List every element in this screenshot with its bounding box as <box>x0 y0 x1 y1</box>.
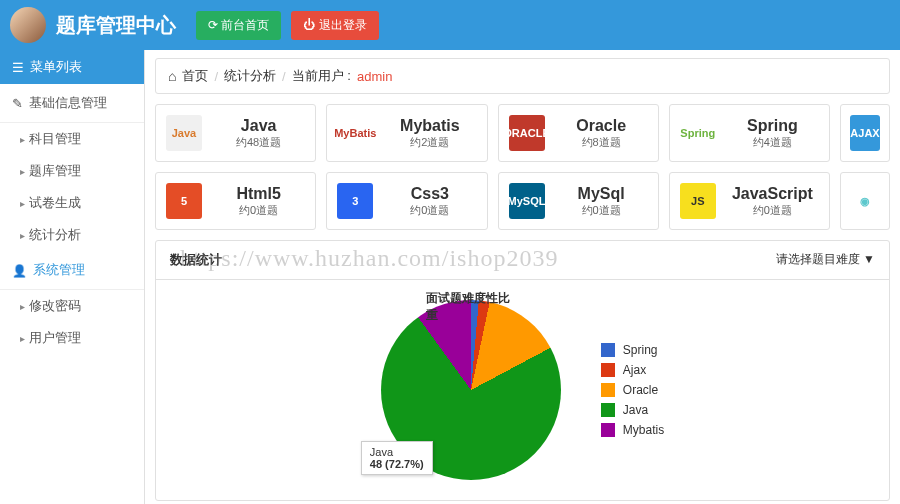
chart-tooltip: Java 48 (72.7%) <box>361 441 433 475</box>
subject-card-Html5[interactable]: 5Html5约0道题 <box>155 172 316 230</box>
card-sub: 约0道题 <box>212 203 305 218</box>
breadcrumb-home[interactable]: 首页 <box>182 67 208 85</box>
card-icon: AJAX <box>850 115 879 151</box>
subject-card-Java[interactable]: JavaJava约48道题 <box>155 104 316 162</box>
card-title: JavaScript <box>726 185 819 203</box>
subject-card-MySql[interactable]: MySQLMySql约0道题 <box>498 172 659 230</box>
card-icon: 5 <box>166 183 202 219</box>
subject-card-Css3[interactable]: 3Css3约0道题 <box>326 172 487 230</box>
difficulty-filter[interactable]: 请选择题目难度 ▼ <box>776 251 875 269</box>
chart-legend: SpringAjaxOracleJavaMybatis <box>601 343 664 437</box>
edit-icon <box>12 96 23 111</box>
card-sub: 约0道题 <box>726 203 819 218</box>
legend-item-Java[interactable]: Java <box>601 403 664 417</box>
card-title: Java <box>212 117 305 135</box>
legend-label: Oracle <box>623 383 658 397</box>
menu-list-header: 菜单列表 <box>0 50 144 84</box>
breadcrumb-user: admin <box>357 69 392 84</box>
user-avatar[interactable] <box>10 7 46 43</box>
card-title: Css3 <box>383 185 476 203</box>
card-icon: JS <box>680 183 716 219</box>
card-title: Html5 <box>212 185 305 203</box>
legend-label: Spring <box>623 343 658 357</box>
card-icon: ◉ <box>851 183 879 219</box>
home-icon <box>168 68 176 84</box>
card-title: Mybatis <box>383 117 476 135</box>
logout-button[interactable]: ⏻ 退出登录 <box>291 11 378 40</box>
legend-label: Java <box>623 403 648 417</box>
subject-card-Spring[interactable]: SpringSpring约4道题 <box>669 104 830 162</box>
app-title: 题库管理中心 <box>56 12 176 39</box>
card-icon: ORACLE <box>509 115 545 151</box>
sidebar-section-basic[interactable]: 基础信息管理 <box>0 84 144 123</box>
card-title: Oracle <box>555 117 648 135</box>
legend-swatch <box>601 383 615 397</box>
sidebar-section-system[interactable]: 系统管理 <box>0 251 144 290</box>
breadcrumb-page: 统计分析 <box>224 67 276 85</box>
sidebar-item-password[interactable]: ▸修改密码 <box>0 290 144 322</box>
sidebar-item-subject[interactable]: ▸科目管理 <box>0 123 144 155</box>
legend-label: Ajax <box>623 363 646 377</box>
card-sub: 约0道题 <box>555 203 648 218</box>
legend-swatch <box>601 363 615 377</box>
breadcrumb-user-label: 当前用户 : <box>292 67 351 85</box>
card-icon: Java <box>166 115 202 151</box>
card-sub: 约0道题 <box>383 203 476 218</box>
legend-swatch <box>601 423 615 437</box>
card-icon: 3 <box>337 183 373 219</box>
card-sub: 约48道题 <box>212 135 305 150</box>
stats-panel: 数据统计 请选择题目难度 ▼ 面试题难度性比重 Java 48 (72.7%) … <box>155 240 890 501</box>
legend-item-Ajax[interactable]: Ajax <box>601 363 664 377</box>
legend-item-Oracle[interactable]: Oracle <box>601 383 664 397</box>
card-title: Spring <box>726 117 819 135</box>
subject-card-Mybatis[interactable]: MyBatisMybatis约2道题 <box>326 104 487 162</box>
sidebar-item-stats[interactable]: ▸统计分析 <box>0 219 144 251</box>
legend-swatch <box>601 403 615 417</box>
sidebar-item-bank[interactable]: ▸题库管理 <box>0 155 144 187</box>
subject-card-JavaScript[interactable]: JSJavaScript约0道题 <box>669 172 830 230</box>
card-sub: 约8道题 <box>555 135 648 150</box>
user-icon <box>12 263 27 278</box>
card-sub: 约4道题 <box>726 135 819 150</box>
card-icon: MyBatis <box>337 115 373 151</box>
legend-item-Spring[interactable]: Spring <box>601 343 664 357</box>
card-title: MySql <box>555 185 648 203</box>
card-sub: 约2道题 <box>383 135 476 150</box>
sidebar: 菜单列表 基础信息管理 ▸科目管理 ▸题库管理 ▸试卷生成 ▸统计分析 系统管理… <box>0 50 145 504</box>
legend-swatch <box>601 343 615 357</box>
frontend-home-button[interactable]: ⟳ 前台首页 <box>196 11 281 40</box>
card-icon: Spring <box>680 115 716 151</box>
bars-icon <box>12 60 24 75</box>
sidebar-item-users[interactable]: ▸用户管理 <box>0 322 144 354</box>
pie-chart[interactable]: 面试题难度性比重 Java 48 (72.7%) <box>381 300 561 480</box>
panel-title: 数据统计 <box>170 251 222 269</box>
breadcrumb: 首页 / 统计分析 / 当前用户 : admin <box>155 58 890 94</box>
subject-card-AJAX[interactable]: AJAX <box>840 104 890 162</box>
legend-item-Mybatis[interactable]: Mybatis <box>601 423 664 437</box>
chart-title: 面试题难度性比重 <box>426 290 516 324</box>
sidebar-item-paper[interactable]: ▸试卷生成 <box>0 187 144 219</box>
subject-card-Oracle[interactable]: ORACLEOracle约8道题 <box>498 104 659 162</box>
legend-label: Mybatis <box>623 423 664 437</box>
card-icon: MySQL <box>509 183 545 219</box>
subject-card-9[interactable]: ◉ <box>840 172 890 230</box>
